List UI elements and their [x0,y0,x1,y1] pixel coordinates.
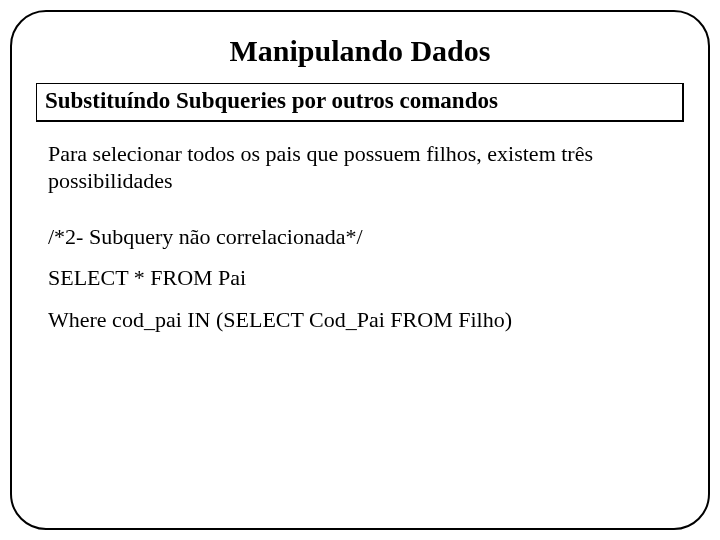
intro-paragraph: Para selecionar todos os pais que possue… [48,140,676,195]
slide-frame: Manipulando Dados Substituíndo Subquerie… [10,10,710,530]
code-line-1: /*2- Subquery não correlacionada*/ [48,223,676,251]
slide-subtitle: Substituíndo Subqueries por outros coman… [36,83,684,122]
code-line-3: Where cod_pai IN (SELECT Cod_Pai FROM Fi… [48,306,676,334]
slide-title: Manipulando Dados [34,34,686,69]
code-line-2: SELECT * FROM Pai [48,264,676,292]
slide-body: Para selecionar todos os pais que possue… [34,122,686,334]
